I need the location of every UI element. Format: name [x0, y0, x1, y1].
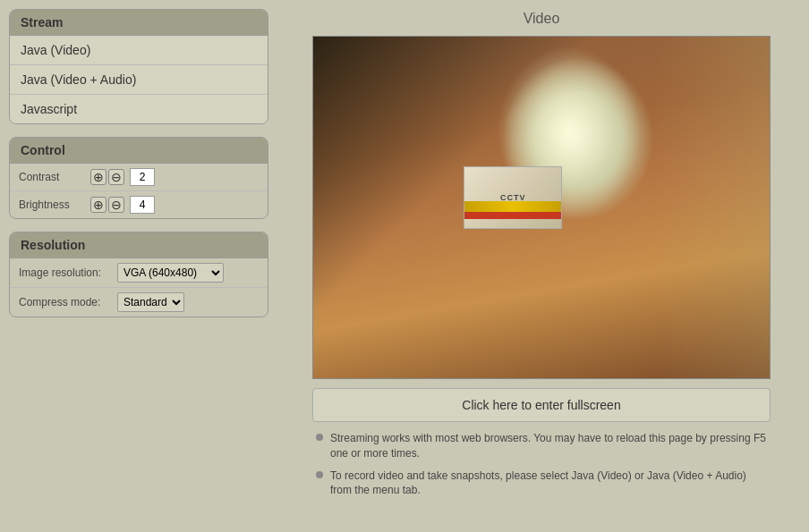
control-label-brightness: Brightness: [19, 198, 90, 211]
contrast-decrement-button[interactable]: ⊖: [108, 169, 124, 185]
info-bullet: [316, 434, 323, 441]
control-label-contrast: Contrast: [19, 171, 90, 183]
control-rows: Contrast⊕⊖Brightness⊕⊖: [10, 164, 268, 218]
control-btns-contrast: ⊕⊖: [90, 168, 155, 186]
compress-mode-select[interactable]: StandardHighLow: [117, 292, 184, 312]
contrast-increment-button[interactable]: ⊕: [90, 169, 106, 185]
info-item-0: Streaming works with most web browsers. …: [316, 431, 767, 461]
video-container: CCTV: [312, 36, 771, 379]
stream-panel-header: Stream: [10, 10, 268, 36]
video-frame: CCTV: [313, 37, 770, 378]
brightness-increment-button[interactable]: ⊕: [90, 197, 106, 213]
compress-mode-row: Compress mode: StandardHighLow: [10, 288, 268, 317]
cctv-box: CCTV: [464, 166, 562, 229]
resolution-panel-header: Resolution: [10, 232, 268, 258]
resolution-panel: Resolution Image resolution: VGA (640x48…: [9, 232, 268, 317]
stream-items-list: Java (Video)Java (Video + Audio)Javascri…: [10, 36, 268, 123]
stream-item-javascript[interactable]: Javascript: [10, 95, 268, 123]
stream-item-java-video[interactable]: Java (Video): [10, 36, 268, 65]
compress-mode-label: Compress mode:: [19, 296, 117, 308]
cctv-stripe-yellow: [464, 201, 561, 212]
contrast-value-input[interactable]: [130, 168, 155, 186]
fullscreen-button[interactable]: Click here to enter fullscreen: [312, 388, 771, 422]
page-title: Video: [524, 11, 560, 27]
brightness-value-input[interactable]: [130, 196, 155, 214]
info-text: Streaming works with most web browsers. …: [330, 431, 767, 461]
image-resolution-row: Image resolution: VGA (640x480)QVGA (320…: [10, 258, 268, 288]
control-btns-brightness: ⊕⊖: [90, 196, 155, 214]
stream-item-java-video-audio[interactable]: Java (Video + Audio): [10, 65, 268, 95]
image-resolution-label: Image resolution:: [19, 266, 117, 279]
control-row-contrast: Contrast⊕⊖: [10, 164, 268, 191]
brightness-decrement-button[interactable]: ⊖: [108, 197, 124, 213]
control-panel-header: Control: [10, 138, 268, 164]
info-text: To record video and take snapshots, plea…: [330, 469, 767, 499]
stream-panel: Stream Java (Video)Java (Video + Audio)J…: [9, 9, 268, 124]
main-content: Video CCTV Click here to enter fullscree…: [283, 9, 800, 498]
image-resolution-select[interactable]: VGA (640x480)QVGA (320x240)SVGA (800x600…: [117, 263, 224, 283]
info-section: Streaming works with most web browsers. …: [312, 431, 771, 498]
info-item-1: To record video and take snapshots, plea…: [316, 469, 767, 499]
cctv-stripe-red: [464, 212, 561, 219]
sidebar: Stream Java (Video)Java (Video + Audio)J…: [9, 9, 268, 498]
control-row-brightness: Brightness⊕⊖: [10, 191, 268, 218]
info-bullet: [316, 471, 323, 478]
control-panel: Control Contrast⊕⊖Brightness⊕⊖: [9, 137, 268, 219]
